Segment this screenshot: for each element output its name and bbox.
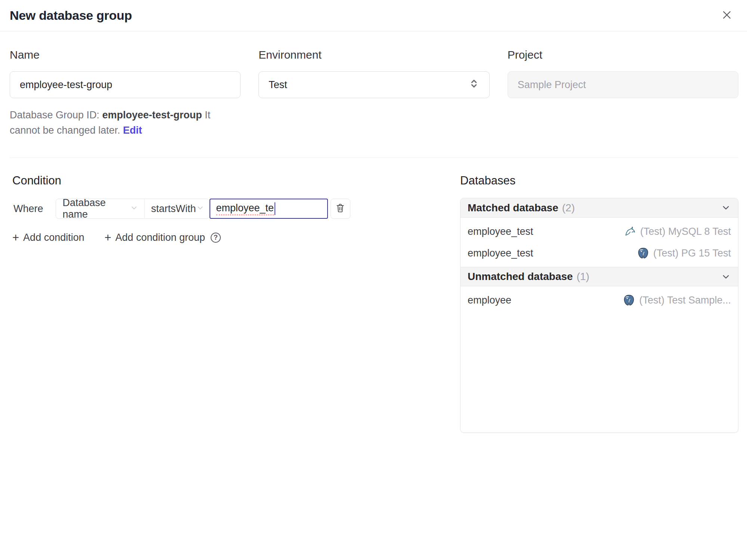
unmatched-database-title: Unmatched database [468,271,573,283]
chevron-down-icon [196,203,204,215]
name-input-value: employee-test-group [20,79,112,91]
section-divider [10,158,738,158]
name-field-group: Name employee-test-group Database Group … [10,49,241,138]
add-condition-group-label: Add condition group [115,232,205,243]
condition-operator-select[interactable]: startsWith [144,199,209,218]
helper-group-id: employee-test-group [102,109,202,121]
dialog-header: New database group [0,0,747,31]
name-label: Name [10,49,241,61]
form-row: Name employee-test-group Database Group … [10,49,738,138]
database-name: employee_test [468,226,533,237]
instance-info: (Test) MySQL 8 Test [624,225,731,237]
database-name: employee [468,295,511,306]
mysql-icon [624,225,636,237]
instance-label: (Test) MySQL 8 Test [640,226,731,237]
add-condition-group-button[interactable]: + Add condition group ? [105,232,221,243]
database-row: employee_test [461,242,738,264]
postgresql-icon [637,247,649,259]
condition-heading: Condition [12,174,460,187]
unmatched-database-header[interactable]: Unmatched database (1) [461,267,738,286]
environment-select-value: Test [269,79,287,91]
instance-label: (Test) Test Sample... [639,295,731,306]
condition-value-text: employee_te [216,202,274,215]
name-input[interactable]: employee-test-group [10,71,241,98]
delete-condition-button[interactable] [331,199,350,219]
databases-panel: Matched database (2) employee_test [460,198,738,433]
project-field-group: Project Sample Project [508,49,738,138]
close-icon [721,9,732,22]
project-label: Project [508,49,738,61]
instance-label: (Test) PG 15 Test [653,248,731,259]
close-button[interactable] [719,8,734,23]
helper-prefix: Database Group ID: [10,109,99,121]
matched-database-header[interactable]: Matched database (2) [461,198,738,218]
where-label: Where [13,203,43,215]
condition-selectors: Database name startsWith [56,199,210,219]
condition-operator-value: startsWith [151,203,196,215]
databases-heading: Databases [460,174,738,187]
environment-select[interactable]: Test [258,71,489,98]
chevron-down-icon [721,272,731,282]
text-caret [275,202,275,215]
page-title: New database group [10,8,132,23]
plus-icon: + [12,232,19,243]
condition-section: Condition Where Database name [10,174,460,243]
plus-icon: + [105,232,111,243]
edit-link[interactable]: Edit [123,125,142,136]
unmatched-database-list: employee (Tes [461,286,738,432]
unfold-chevrons-icon [468,78,480,92]
add-condition-button[interactable]: + Add condition [12,232,84,243]
postgresql-icon [623,294,635,306]
database-row: employee_test (Test) MySQL 8 Test [461,221,738,242]
project-input: Sample Project [508,71,738,98]
condition-value-input[interactable]: employee_te [210,199,328,219]
instance-info: (Test) PG 15 Test [637,247,731,259]
chevron-down-icon [130,203,138,215]
chevron-down-icon [721,203,731,213]
database-name: employee_test [468,248,533,259]
environment-label: Environment [258,49,489,61]
condition-row: Where Database name startsWith [12,199,460,219]
trash-icon [335,203,345,215]
database-row: employee (Tes [461,289,738,311]
condition-actions: + Add condition + Add condition group ? [12,232,460,243]
matched-database-count: (2) [562,202,575,214]
databases-section: Databases Matched database (2) [460,174,738,433]
instance-info: (Test) Test Sample... [623,294,731,306]
condition-field-select[interactable]: Database name [56,199,144,218]
matched-database-title: Matched database [468,202,558,214]
condition-field-value: Database name [63,199,130,219]
project-input-value: Sample Project [518,79,586,91]
matched-database-list: employee_test (Test) MySQL 8 Test [461,218,738,267]
new-database-group-dialog: New database group Name employee-test-gr… [0,0,747,560]
add-condition-label: Add condition [23,232,84,243]
help-icon[interactable]: ? [211,233,221,243]
environment-field-group: Environment Test [258,49,489,138]
unmatched-database-count: (1) [577,271,589,283]
group-id-helper: Database Group ID: employee-test-group I… [10,108,241,138]
